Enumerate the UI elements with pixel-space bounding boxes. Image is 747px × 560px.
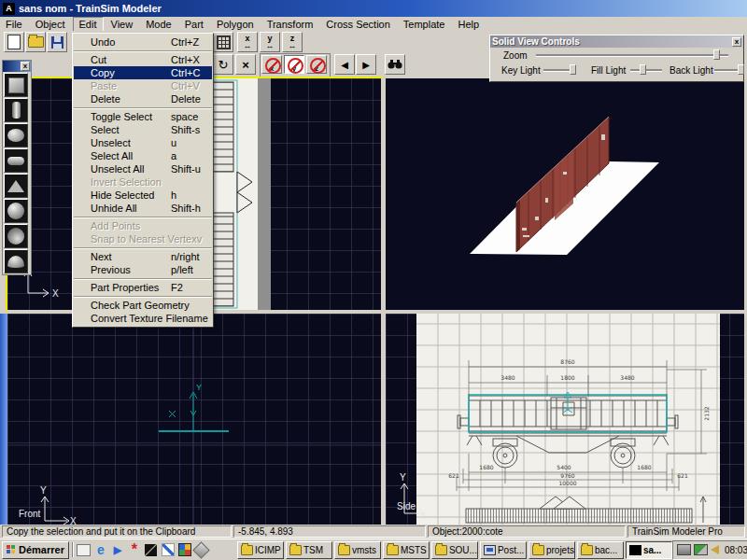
menu-item[interactable]: Next n/right (74, 250, 212, 263)
menu-item[interactable]: Check Part Geometry (74, 299, 212, 312)
zoom-slider[interactable] (536, 49, 728, 60)
task-button[interactable]: sa... (626, 541, 672, 559)
shape-button[interactable] (4, 249, 28, 273)
task-button[interactable]: projets (529, 541, 575, 559)
quick-launch-icon[interactable] (177, 542, 192, 557)
rotate-button[interactable]: ↻ (213, 54, 233, 75)
solid-viewport[interactable] (386, 78, 744, 310)
task-button[interactable]: ICIMP (237, 541, 284, 559)
shape-button[interactable] (4, 98, 28, 122)
shapes-palette-titlebar[interactable]: x (3, 61, 31, 72)
start-button-label: Démarrer (19, 544, 64, 555)
scale-button[interactable]: × (235, 54, 256, 75)
front-viewport[interactable]: Y Y X Front (7, 314, 381, 525)
menu-item[interactable]: Add Points (74, 219, 212, 232)
volume-tray-icon[interactable] (711, 545, 719, 554)
z-axis-icon: z↔ (289, 35, 297, 49)
menu-bar-item[interactable]: Edit (73, 17, 104, 32)
new-file-button[interactable] (4, 32, 24, 52)
menu-item-label: Select All (74, 150, 171, 161)
printer-tray-icon[interactable] (677, 544, 691, 555)
menu-bar-item[interactable]: File (0, 18, 28, 31)
side-viewport[interactable]: 8760 3480 1800 3480 2132 1680 5400 1680 … (386, 314, 744, 525)
task-button[interactable]: bac... (577, 541, 624, 559)
task-button[interactable]: vmsts (334, 541, 381, 559)
quick-launch-icon[interactable] (194, 542, 209, 557)
axis-x-button[interactable]: x↔ (237, 32, 258, 52)
docked-palette-edge[interactable] (0, 314, 7, 525)
open-file-button[interactable] (25, 32, 46, 52)
quick-launch-icon[interactable]: * (127, 542, 142, 557)
network-tray-icon[interactable] (694, 544, 708, 555)
shape-button[interactable] (4, 224, 28, 248)
task-button[interactable]: Post... (480, 541, 527, 559)
next-part-button[interactable]: ▶ (356, 54, 376, 75)
task-button-label: bac... (595, 545, 617, 555)
key-light-slider-label: Key Light (501, 65, 541, 76)
shape-button[interactable] (4, 174, 28, 198)
menu-bar-item[interactable]: Polygon (211, 18, 260, 31)
menu-item[interactable]: Unselect u (74, 136, 212, 149)
status-message: Copy the selection and put it on the Cli… (2, 525, 232, 538)
menu-item[interactable]: Copy Ctrl+C (74, 66, 212, 79)
menu-item[interactable]: Invert Selection (74, 175, 212, 189)
task-button-icon (289, 545, 302, 555)
menu-bar-item[interactable]: Part (179, 18, 209, 31)
menu-bar-item[interactable]: Transform (261, 18, 319, 31)
previous-part-button[interactable]: ◀ (334, 54, 355, 75)
shape-button[interactable] (4, 123, 28, 147)
menu-item[interactable]: Unhide All Shift-h (74, 202, 212, 215)
quick-launch-icon[interactable] (144, 542, 159, 557)
menu-bar-item[interactable]: Cross Section (320, 18, 395, 31)
task-button[interactable]: TSM (286, 541, 332, 559)
key-light-slider[interactable] (543, 64, 575, 75)
save-file-button[interactable] (47, 32, 67, 52)
menu-item[interactable]: Part Properties F2 (74, 281, 212, 294)
palette-title: Solid View Controls (492, 36, 580, 47)
menu-item[interactable]: Hide Selected h (74, 189, 212, 202)
menu-item[interactable]: Toggle Select space (74, 110, 212, 123)
vertical-splitter[interactable] (381, 78, 386, 525)
back-light-slider[interactable] (714, 64, 742, 75)
start-button[interactable]: Démarrer (2, 541, 69, 559)
menu-item[interactable]: Previous p/left (74, 263, 212, 276)
find-button[interactable] (385, 54, 405, 75)
menu-item-label: Unselect All (74, 163, 171, 175)
axis-z-button[interactable]: z↔ (282, 32, 303, 52)
task-button[interactable]: MSTS (383, 541, 430, 559)
shape-button[interactable] (4, 148, 28, 173)
lock-x-button[interactable]: x (261, 55, 282, 74)
quick-launch-icon[interactable]: ▶ (110, 542, 125, 557)
quick-launch-icon[interactable]: e (93, 542, 108, 557)
menu-bar-item[interactable]: Object (30, 18, 71, 31)
shape-button[interactable] (4, 73, 28, 97)
menu-bar-item[interactable]: Mode (140, 18, 177, 31)
menu-item[interactable]: Convert Texture Filename (74, 312, 212, 325)
menu-item[interactable]: Cut Ctrl+X (74, 53, 212, 66)
shape-button[interactable] (4, 199, 28, 223)
menu-item[interactable]: Undo Ctrl+Z (74, 35, 212, 49)
menu-item[interactable]: Paste Ctrl+V (74, 79, 212, 92)
menu-item-label: Add Points (74, 220, 171, 231)
title-bar[interactable]: A sans nom - TrainSim Modeler (0, 0, 747, 17)
menu-bar-item[interactable]: Help (452, 18, 485, 31)
solid-view-controls-titlebar[interactable]: Solid View Controls x (490, 35, 743, 48)
axis-y-button[interactable]: y↔ (260, 32, 280, 52)
quick-launch-icon[interactable] (77, 542, 92, 557)
task-button[interactable]: SOU... (431, 541, 478, 559)
lock-z-button[interactable]: z (306, 55, 327, 74)
menu-item[interactable]: Select Shift-s (74, 123, 212, 136)
menu-item[interactable]: Select All a (74, 149, 212, 162)
task-button-label: MSTS (401, 545, 427, 555)
quick-launch-icon[interactable] (161, 542, 176, 557)
grid-toggle-button[interactable] (213, 32, 233, 52)
menu-bar-item[interactable]: Template (398, 18, 451, 31)
menu-item[interactable]: Unselect All Shift-u (74, 162, 212, 175)
fill-light-slider[interactable] (630, 64, 662, 75)
lock-y-button[interactable]: y (284, 55, 304, 74)
menu-bar-item[interactable]: View (106, 18, 139, 31)
close-icon[interactable]: x (732, 37, 741, 47)
menu-item[interactable]: Delete Delete (74, 92, 212, 105)
menu-item[interactable]: Snap to Nearest Vertex v (74, 232, 212, 245)
close-icon[interactable]: x (21, 62, 30, 71)
